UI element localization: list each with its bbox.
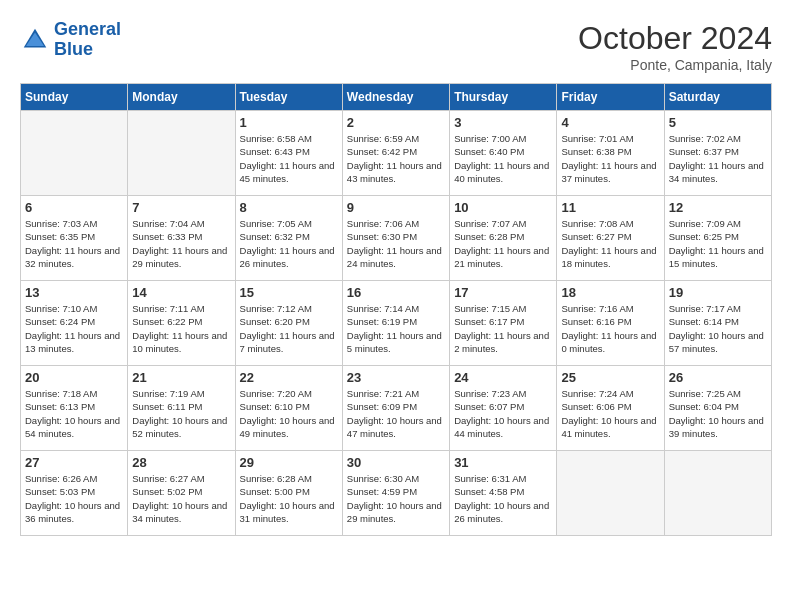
col-header-sunday: Sunday [21, 84, 128, 111]
day-cell: 22Sunrise: 7:20 AMSunset: 6:10 PMDayligh… [235, 366, 342, 451]
day-number: 9 [347, 200, 445, 215]
week-row-5: 27Sunrise: 6:26 AMSunset: 5:03 PMDayligh… [21, 451, 772, 536]
day-detail: Sunrise: 6:58 AMSunset: 6:43 PMDaylight:… [240, 132, 338, 185]
day-number: 26 [669, 370, 767, 385]
day-cell: 23Sunrise: 7:21 AMSunset: 6:09 PMDayligh… [342, 366, 449, 451]
day-number: 25 [561, 370, 659, 385]
day-cell: 31Sunrise: 6:31 AMSunset: 4:58 PMDayligh… [450, 451, 557, 536]
day-number: 16 [347, 285, 445, 300]
day-cell: 19Sunrise: 7:17 AMSunset: 6:14 PMDayligh… [664, 281, 771, 366]
day-number: 15 [240, 285, 338, 300]
month-title: October 2024 [578, 20, 772, 57]
day-number: 27 [25, 455, 123, 470]
day-detail: Sunrise: 7:05 AMSunset: 6:32 PMDaylight:… [240, 217, 338, 270]
day-number: 29 [240, 455, 338, 470]
day-cell [128, 111, 235, 196]
day-cell: 29Sunrise: 6:28 AMSunset: 5:00 PMDayligh… [235, 451, 342, 536]
week-row-3: 13Sunrise: 7:10 AMSunset: 6:24 PMDayligh… [21, 281, 772, 366]
day-cell: 7Sunrise: 7:04 AMSunset: 6:33 PMDaylight… [128, 196, 235, 281]
day-detail: Sunrise: 7:03 AMSunset: 6:35 PMDaylight:… [25, 217, 123, 270]
day-cell: 1Sunrise: 6:58 AMSunset: 6:43 PMDaylight… [235, 111, 342, 196]
day-detail: Sunrise: 7:18 AMSunset: 6:13 PMDaylight:… [25, 387, 123, 440]
day-cell: 24Sunrise: 7:23 AMSunset: 6:07 PMDayligh… [450, 366, 557, 451]
day-number: 13 [25, 285, 123, 300]
calendar-table: SundayMondayTuesdayWednesdayThursdayFrid… [20, 83, 772, 536]
day-detail: Sunrise: 7:17 AMSunset: 6:14 PMDaylight:… [669, 302, 767, 355]
day-detail: Sunrise: 6:59 AMSunset: 6:42 PMDaylight:… [347, 132, 445, 185]
day-detail: Sunrise: 7:09 AMSunset: 6:25 PMDaylight:… [669, 217, 767, 270]
col-header-thursday: Thursday [450, 84, 557, 111]
day-cell: 5Sunrise: 7:02 AMSunset: 6:37 PMDaylight… [664, 111, 771, 196]
logo-line2: Blue [54, 40, 121, 60]
day-number: 31 [454, 455, 552, 470]
col-header-friday: Friday [557, 84, 664, 111]
day-cell: 27Sunrise: 6:26 AMSunset: 5:03 PMDayligh… [21, 451, 128, 536]
day-detail: Sunrise: 7:10 AMSunset: 6:24 PMDaylight:… [25, 302, 123, 355]
day-detail: Sunrise: 7:23 AMSunset: 6:07 PMDaylight:… [454, 387, 552, 440]
day-detail: Sunrise: 7:21 AMSunset: 6:09 PMDaylight:… [347, 387, 445, 440]
day-detail: Sunrise: 7:04 AMSunset: 6:33 PMDaylight:… [132, 217, 230, 270]
day-cell: 3Sunrise: 7:00 AMSunset: 6:40 PMDaylight… [450, 111, 557, 196]
week-row-1: 1Sunrise: 6:58 AMSunset: 6:43 PMDaylight… [21, 111, 772, 196]
day-number: 6 [25, 200, 123, 215]
day-cell: 26Sunrise: 7:25 AMSunset: 6:04 PMDayligh… [664, 366, 771, 451]
day-detail: Sunrise: 7:14 AMSunset: 6:19 PMDaylight:… [347, 302, 445, 355]
day-cell: 2Sunrise: 6:59 AMSunset: 6:42 PMDaylight… [342, 111, 449, 196]
day-detail: Sunrise: 6:26 AMSunset: 5:03 PMDaylight:… [25, 472, 123, 525]
day-number: 24 [454, 370, 552, 385]
day-detail: Sunrise: 7:25 AMSunset: 6:04 PMDaylight:… [669, 387, 767, 440]
day-number: 12 [669, 200, 767, 215]
day-cell: 16Sunrise: 7:14 AMSunset: 6:19 PMDayligh… [342, 281, 449, 366]
day-cell: 9Sunrise: 7:06 AMSunset: 6:30 PMDaylight… [342, 196, 449, 281]
col-header-monday: Monday [128, 84, 235, 111]
day-cell [664, 451, 771, 536]
day-number: 22 [240, 370, 338, 385]
day-detail: Sunrise: 7:01 AMSunset: 6:38 PMDaylight:… [561, 132, 659, 185]
day-cell: 10Sunrise: 7:07 AMSunset: 6:28 PMDayligh… [450, 196, 557, 281]
logo-icon [20, 25, 50, 55]
day-detail: Sunrise: 7:19 AMSunset: 6:11 PMDaylight:… [132, 387, 230, 440]
col-header-wednesday: Wednesday [342, 84, 449, 111]
day-number: 3 [454, 115, 552, 130]
day-detail: Sunrise: 7:00 AMSunset: 6:40 PMDaylight:… [454, 132, 552, 185]
col-header-tuesday: Tuesday [235, 84, 342, 111]
day-detail: Sunrise: 6:28 AMSunset: 5:00 PMDaylight:… [240, 472, 338, 525]
week-row-2: 6Sunrise: 7:03 AMSunset: 6:35 PMDaylight… [21, 196, 772, 281]
week-row-4: 20Sunrise: 7:18 AMSunset: 6:13 PMDayligh… [21, 366, 772, 451]
day-number: 10 [454, 200, 552, 215]
day-number: 18 [561, 285, 659, 300]
title-block: October 2024 Ponte, Campania, Italy [578, 20, 772, 73]
day-number: 20 [25, 370, 123, 385]
day-cell: 28Sunrise: 6:27 AMSunset: 5:02 PMDayligh… [128, 451, 235, 536]
day-detail: Sunrise: 6:30 AMSunset: 4:59 PMDaylight:… [347, 472, 445, 525]
day-cell: 25Sunrise: 7:24 AMSunset: 6:06 PMDayligh… [557, 366, 664, 451]
logo: General Blue [20, 20, 121, 60]
day-number: 4 [561, 115, 659, 130]
day-number: 23 [347, 370, 445, 385]
day-cell: 4Sunrise: 7:01 AMSunset: 6:38 PMDaylight… [557, 111, 664, 196]
day-cell: 30Sunrise: 6:30 AMSunset: 4:59 PMDayligh… [342, 451, 449, 536]
day-number: 8 [240, 200, 338, 215]
day-detail: Sunrise: 6:31 AMSunset: 4:58 PMDaylight:… [454, 472, 552, 525]
day-number: 2 [347, 115, 445, 130]
day-number: 1 [240, 115, 338, 130]
day-detail: Sunrise: 6:27 AMSunset: 5:02 PMDaylight:… [132, 472, 230, 525]
col-header-saturday: Saturday [664, 84, 771, 111]
day-detail: Sunrise: 7:02 AMSunset: 6:37 PMDaylight:… [669, 132, 767, 185]
day-detail: Sunrise: 7:16 AMSunset: 6:16 PMDaylight:… [561, 302, 659, 355]
logo-text: General Blue [54, 20, 121, 60]
location-subtitle: Ponte, Campania, Italy [578, 57, 772, 73]
day-detail: Sunrise: 7:20 AMSunset: 6:10 PMDaylight:… [240, 387, 338, 440]
day-detail: Sunrise: 7:12 AMSunset: 6:20 PMDaylight:… [240, 302, 338, 355]
day-cell [557, 451, 664, 536]
day-number: 28 [132, 455, 230, 470]
day-number: 14 [132, 285, 230, 300]
day-cell: 18Sunrise: 7:16 AMSunset: 6:16 PMDayligh… [557, 281, 664, 366]
day-cell [21, 111, 128, 196]
day-cell: 20Sunrise: 7:18 AMSunset: 6:13 PMDayligh… [21, 366, 128, 451]
day-detail: Sunrise: 7:06 AMSunset: 6:30 PMDaylight:… [347, 217, 445, 270]
day-number: 7 [132, 200, 230, 215]
day-cell: 13Sunrise: 7:10 AMSunset: 6:24 PMDayligh… [21, 281, 128, 366]
day-cell: 12Sunrise: 7:09 AMSunset: 6:25 PMDayligh… [664, 196, 771, 281]
day-detail: Sunrise: 7:24 AMSunset: 6:06 PMDaylight:… [561, 387, 659, 440]
